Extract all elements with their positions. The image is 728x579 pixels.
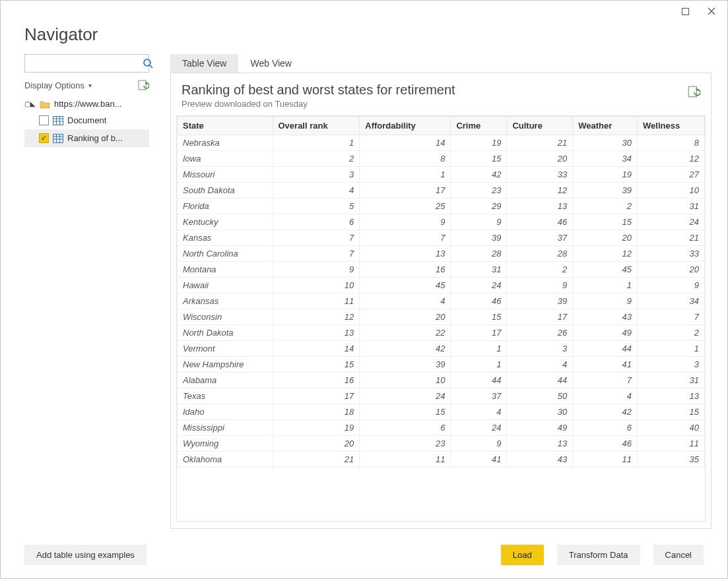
table-row[interactable]: Texas17243750413 xyxy=(178,388,705,404)
table-row[interactable]: Idaho18154304215 xyxy=(178,404,705,420)
table-cell: 7 xyxy=(638,309,705,325)
table-row[interactable]: South Dakota41723123910 xyxy=(178,183,705,198)
table-cell: 24 xyxy=(638,214,705,230)
checkbox-unchecked[interactable] xyxy=(39,115,49,125)
column-header[interactable]: Affordability xyxy=(360,117,451,135)
cancel-button[interactable]: Cancel xyxy=(653,545,704,565)
table-cell: 10 xyxy=(638,183,705,198)
tree-root[interactable]: ▢◣ https://www.ban... xyxy=(24,96,149,111)
table-cell: 11 xyxy=(360,452,451,468)
table-cell: 39 xyxy=(573,183,638,198)
table-row[interactable]: Iowa2815203412 xyxy=(178,151,705,167)
table-row[interactable]: Hawaii104524919 xyxy=(178,278,705,293)
load-button[interactable]: Load xyxy=(501,545,544,565)
table-cell: 11 xyxy=(638,436,705,452)
column-header[interactable]: Wellness xyxy=(638,117,705,135)
table-cell: Wyoming xyxy=(178,436,273,452)
tree-item-document[interactable]: Document xyxy=(24,111,149,129)
table-row[interactable]: Kansas7739372021 xyxy=(178,230,705,246)
column-header[interactable]: Crime xyxy=(451,117,507,135)
table-cell: Wisconsin xyxy=(178,309,273,325)
table-row[interactable]: Kentucky699461524 xyxy=(178,214,705,230)
table-icon xyxy=(53,134,63,143)
add-table-button[interactable]: Add table using examples xyxy=(24,545,147,565)
left-panel: Display Options ▾ ▢◣ https://www.ban... xyxy=(1,54,156,529)
table-row[interactable]: Missouri3142331927 xyxy=(178,167,705,183)
table-cell: 24 xyxy=(360,388,451,404)
display-options-label: Display Options xyxy=(24,80,84,90)
table-cell: 17 xyxy=(273,388,360,404)
dialog-title: Navigator xyxy=(24,24,704,45)
table-row[interactable]: Florida5252913231 xyxy=(178,198,705,214)
table-cell: 7 xyxy=(273,230,360,246)
tab-web-view[interactable]: Web View xyxy=(238,54,304,73)
table-cell: 2 xyxy=(507,262,573,278)
table-cell: Texas xyxy=(178,388,273,404)
table-row[interactable]: Oklahoma211141431135 xyxy=(178,452,705,468)
table-cell: 7 xyxy=(273,246,360,262)
table-cell: 41 xyxy=(451,452,507,468)
table-row[interactable]: Mississippi1962449640 xyxy=(178,420,705,436)
table-cell: 23 xyxy=(451,183,507,198)
table-cell: 40 xyxy=(638,420,705,436)
data-table-container[interactable]: StateOverall rankAffordabilityCrimeCultu… xyxy=(176,115,706,522)
table-row[interactable]: Nebraska1141921308 xyxy=(178,135,705,151)
column-header[interactable]: Culture xyxy=(507,117,573,135)
table-row[interactable]: Arkansas1144639934 xyxy=(178,293,705,309)
search-input-wrap[interactable] xyxy=(24,54,149,73)
table-cell: Hawaii xyxy=(178,278,273,293)
table-row[interactable]: Alabama16104444731 xyxy=(178,373,705,388)
table-cell: 1 xyxy=(273,135,360,151)
refresh-preview-button[interactable] xyxy=(687,85,700,100)
preview-title: Ranking of best and worst states for ret… xyxy=(182,82,455,98)
display-options-dropdown[interactable]: Display Options ▾ xyxy=(24,80,92,90)
dialog-footer: Add table using examples Load Transform … xyxy=(1,537,727,578)
table-cell: 3 xyxy=(638,357,705,373)
table-cell: 46 xyxy=(573,436,638,452)
table-cell: 24 xyxy=(451,420,507,436)
table-cell: 4 xyxy=(451,404,507,420)
refresh-tree-button[interactable] xyxy=(137,79,149,91)
table-row[interactable]: Wisconsin12201517437 xyxy=(178,309,705,325)
restore-button[interactable] xyxy=(672,2,698,20)
transform-data-button[interactable]: Transform Data xyxy=(557,545,640,565)
table-row[interactable]: Vermont144213441 xyxy=(178,341,705,357)
table-cell: 9 xyxy=(273,262,360,278)
table-row[interactable]: New Hampshire153914413 xyxy=(178,357,705,373)
table-cell: 28 xyxy=(507,246,573,262)
table-cell: 9 xyxy=(451,214,507,230)
search-input[interactable] xyxy=(29,58,143,69)
tree-root-label: https://www.ban... xyxy=(54,99,122,109)
table-row[interactable]: Wyoming20239134611 xyxy=(178,436,705,452)
table-cell: 9 xyxy=(360,214,451,230)
table-cell: 16 xyxy=(273,373,360,388)
table-cell: 39 xyxy=(360,357,451,373)
table-cell: 20 xyxy=(638,262,705,278)
table-cell: 2 xyxy=(638,325,705,341)
table-cell: 15 xyxy=(451,151,507,167)
column-header[interactable]: State xyxy=(178,117,273,135)
table-cell: 30 xyxy=(573,135,638,151)
checkbox-checked[interactable]: ✓ xyxy=(39,133,49,143)
close-button[interactable] xyxy=(698,2,725,20)
table-cell: 44 xyxy=(573,341,638,357)
table-cell: 13 xyxy=(273,325,360,341)
table-cell: North Carolina xyxy=(178,246,273,262)
table-cell: 19 xyxy=(573,167,638,183)
table-row[interactable]: North Carolina71328281233 xyxy=(178,246,705,262)
column-header[interactable]: Weather xyxy=(573,117,638,135)
table-row[interactable]: North Dakota13221726492 xyxy=(178,325,705,341)
table-cell: 44 xyxy=(507,373,573,388)
table-cell: 26 xyxy=(507,325,573,341)
table-cell: 43 xyxy=(573,309,638,325)
table-row[interactable]: Montana9163124520 xyxy=(178,262,705,278)
table-cell: 19 xyxy=(451,135,507,151)
table-cell: 49 xyxy=(507,420,573,436)
table-cell: 44 xyxy=(451,373,507,388)
column-header[interactable]: Overall rank xyxy=(273,117,360,135)
table-cell: 15 xyxy=(573,214,638,230)
tree-item-ranking[interactable]: ✓ Ranking of b... xyxy=(24,129,149,147)
table-cell: Nebraska xyxy=(178,135,273,151)
table-cell: 16 xyxy=(360,262,451,278)
tab-table-view[interactable]: Table View xyxy=(170,54,238,73)
